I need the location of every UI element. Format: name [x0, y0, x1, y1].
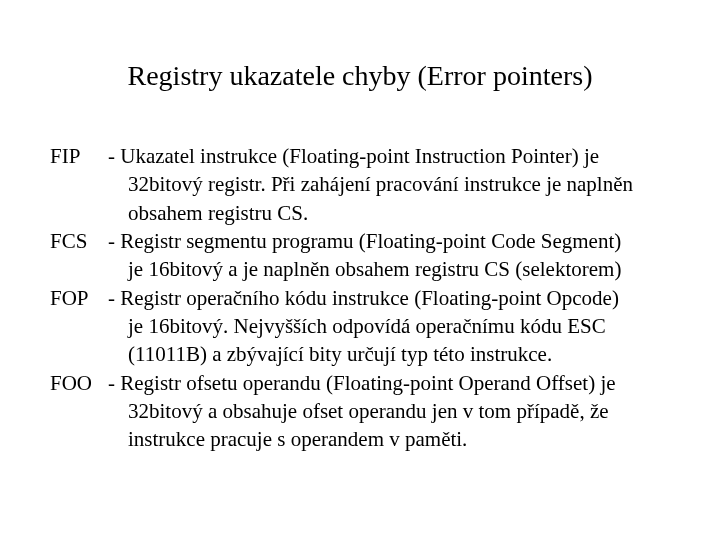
register-desc-line: - Registr operačního kódu instrukce (Flo…: [108, 284, 670, 312]
register-desc-line: - Registr segmentu programu (Floating-po…: [108, 227, 670, 255]
entry-first-line: FCS - Registr segmentu programu (Floatin…: [50, 227, 670, 255]
slide: Registry ukazatele chyby (Error pointers…: [0, 0, 720, 494]
register-name: FCS: [50, 227, 108, 255]
register-desc-line: (11011B) a zbývající bity určují typ tét…: [50, 340, 670, 368]
register-entry: FOO - Registr ofsetu operandu (Floating-…: [50, 369, 670, 454]
register-desc-line: instrukce pracuje s operandem v paměti.: [50, 425, 670, 453]
register-desc-line: 32bitový registr. Při zahájení pracování…: [50, 170, 670, 198]
register-desc-line: - Registr ofsetu operandu (Floating-poin…: [108, 369, 670, 397]
register-entry: FOP - Registr operačního kódu instrukce …: [50, 284, 670, 369]
entry-first-line: FOO - Registr ofsetu operandu (Floating-…: [50, 369, 670, 397]
register-name: FOP: [50, 284, 108, 312]
register-desc-line: - Ukazatel instrukce (Floating-point Ins…: [108, 142, 670, 170]
register-desc-line: je 16bitový. Nejvyšších odpovídá operačn…: [50, 312, 670, 340]
register-desc-line: je 16bitový a je naplněn obsahem registr…: [50, 255, 670, 283]
register-entry: FCS - Registr segmentu programu (Floatin…: [50, 227, 670, 284]
register-desc-line: 32bitový a obsahuje ofset operandu jen v…: [50, 397, 670, 425]
entry-first-line: FOP - Registr operačního kódu instrukce …: [50, 284, 670, 312]
entry-first-line: FIP - Ukazatel instrukce (Floating-point…: [50, 142, 670, 170]
slide-title: Registry ukazatele chyby (Error pointers…: [50, 60, 670, 92]
register-entry: FIP - Ukazatel instrukce (Floating-point…: [50, 142, 670, 227]
register-desc-line: obsahem registru CS.: [50, 199, 670, 227]
register-name: FIP: [50, 142, 108, 170]
register-name: FOO: [50, 369, 108, 397]
